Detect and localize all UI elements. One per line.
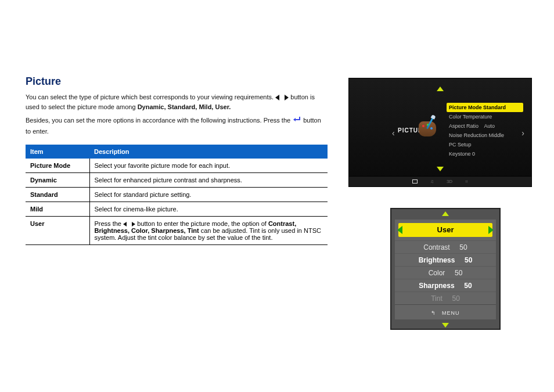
user-row-value: 50 xyxy=(464,282,472,290)
user-row-sharpness[interactable]: Sharpness 50 xyxy=(395,279,496,292)
user-row-contrast[interactable]: Contrast 50 xyxy=(395,240,496,253)
row-desc: Select for enhanced picture contrast and… xyxy=(89,173,328,188)
osd-item-label: Picture Mode xyxy=(449,105,482,110)
table-header-desc: Description xyxy=(89,145,328,159)
row-item: User xyxy=(26,217,89,245)
left-arrow-icon xyxy=(123,222,127,226)
left-arrow-icon[interactable]: ‹ xyxy=(392,128,395,138)
dock-music-icon[interactable]: ♫ xyxy=(430,179,434,184)
back-icon: ↰ xyxy=(431,305,436,321)
enter-icon xyxy=(292,116,301,127)
user-row-value: 50 xyxy=(465,256,472,264)
right-arrow-icon xyxy=(285,95,289,100)
user-row-value: 50 xyxy=(452,294,459,303)
osd-item-aspect-ratio[interactable]: Aspect Ratio Auto xyxy=(447,121,523,131)
row-item: Dynamic xyxy=(26,173,89,188)
intro-paragraph-2: Besides, you can set the more options in… xyxy=(26,116,328,136)
row-item: Picture Mode xyxy=(26,159,89,173)
table-row: Dynamic Select for enhanced picture cont… xyxy=(26,173,328,188)
osd-item-color-temp[interactable]: Color Temperature xyxy=(447,112,523,121)
user-desc-a: Press the xyxy=(95,220,124,227)
user-row-label: Brightness xyxy=(419,256,455,264)
intro2-text-a: Besides, you can set the more options in… xyxy=(26,117,292,124)
user-header[interactable]: User xyxy=(398,223,492,237)
user-row-label: Color xyxy=(429,269,445,277)
right-arrow-icon[interactable] xyxy=(488,226,494,234)
user-row-tint: Tint 50 xyxy=(395,292,496,304)
left-arrow-icon[interactable] xyxy=(397,226,402,234)
osd-item-keystone[interactable]: Keystone 0 xyxy=(447,149,523,159)
osd-item-label: Color Temperature xyxy=(449,114,492,120)
table-row: User Press the button to enter the pictu… xyxy=(26,217,328,245)
user-menu-label: MENU xyxy=(442,310,460,316)
osd-item-noise-reduction[interactable]: Noise Reduction Middle xyxy=(447,131,523,140)
down-arrow-icon[interactable] xyxy=(442,323,449,328)
row-desc: Select your favorite picture mode for ea… xyxy=(89,159,328,173)
intro-paragraph-1: You can select the type of picture which… xyxy=(26,92,328,112)
dock-3d-icon[interactable]: 3D xyxy=(447,179,452,184)
user-menu-back[interactable]: ↰ MENU xyxy=(395,304,496,321)
up-arrow-icon[interactable] xyxy=(437,87,444,91)
section-title: Picture xyxy=(26,75,328,88)
user-row-value: 50 xyxy=(455,269,462,277)
down-arrow-icon[interactable] xyxy=(437,167,444,171)
table-header-item: Item xyxy=(26,145,89,159)
osd-item-picture-mode[interactable]: Picture Mode Standard xyxy=(447,103,523,112)
row-desc: Select for standard picture setting. xyxy=(89,188,328,202)
osd-dock: ♫ 3D ⌗ xyxy=(349,176,531,186)
table-row: Standard Select for standard picture set… xyxy=(26,188,328,202)
table-row: Picture Mode Select your favorite pictur… xyxy=(26,159,328,173)
osd-item-pc-setup[interactable]: PC Setup xyxy=(447,140,523,149)
user-row-value: 50 xyxy=(459,243,467,251)
osd-item-label: Noise Reduction xyxy=(449,132,487,138)
row-desc: Press the button to enter the picture mo… xyxy=(89,217,328,245)
osd-item-label: PC Setup xyxy=(449,142,472,148)
user-row-label: Contrast xyxy=(423,243,449,251)
table-row: Mild Select for cinema-like picture. xyxy=(26,202,328,217)
osd-item-value: 0 xyxy=(472,151,475,157)
row-desc: Select for cinema-like picture. xyxy=(89,202,328,217)
osd-item-value: Standard xyxy=(483,105,506,110)
user-row-label: Tint xyxy=(431,294,443,303)
up-arrow-icon[interactable] xyxy=(442,211,449,216)
intro1-text-a: You can select the type of picture which… xyxy=(26,93,275,100)
left-arrow-icon xyxy=(275,95,279,100)
user-header-label: User xyxy=(437,225,454,234)
osd-item-value: Auto xyxy=(484,123,495,129)
osd-picture-menu: ‹ PICTURE Picture Mode Standard Color Te… xyxy=(348,78,532,187)
user-row-color[interactable]: Color 50 xyxy=(395,266,496,279)
row-item: Standard xyxy=(26,188,89,202)
dock-apps-icon[interactable]: ⌗ xyxy=(465,179,468,185)
osd-item-label: Keystone xyxy=(449,151,471,157)
right-arrow-icon xyxy=(132,222,135,226)
user-row-label: Sharpness xyxy=(419,282,454,290)
user-desc-b: button to enter the picture mode, the op… xyxy=(137,220,268,227)
picture-mode-table: Item Description Picture Mode Select you… xyxy=(26,145,328,245)
osd-user-submenu: User Contrast 50 Brightness 50 Color 50 … xyxy=(390,208,501,330)
osd-item-label: Aspect Ratio xyxy=(449,123,479,129)
right-arrow-icon[interactable]: › xyxy=(521,128,524,138)
dock-picture-icon[interactable] xyxy=(412,179,418,184)
osd-menu-list: Picture Mode Standard Color Temperature … xyxy=(447,103,523,159)
osd-item-value: Middle xyxy=(489,132,505,138)
intro1-modes: Dynamic, Standard, Mild, User. xyxy=(138,103,231,110)
row-item: Mild xyxy=(26,202,89,217)
user-row-brightness[interactable]: Brightness 50 xyxy=(395,253,496,266)
